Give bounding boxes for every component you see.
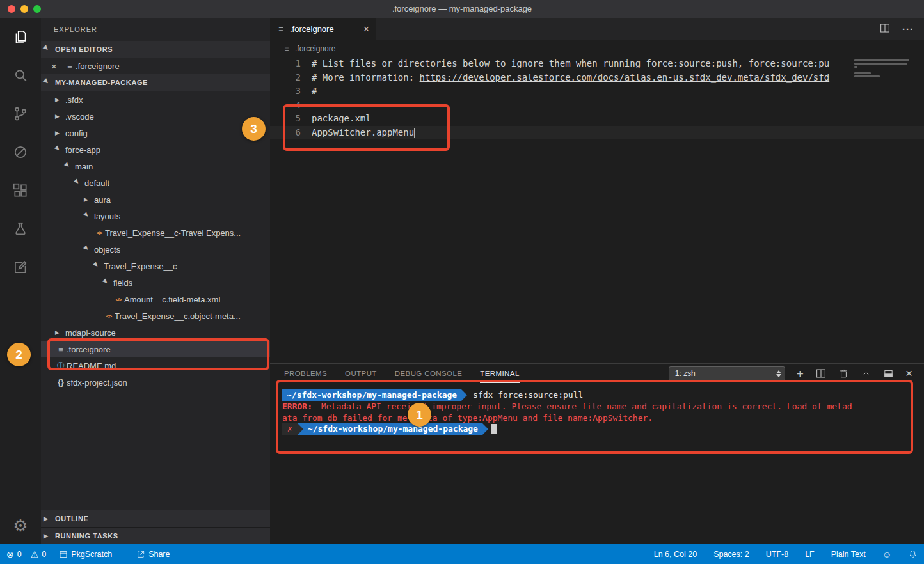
terminal-cursor [491,424,497,434]
breadcrumb-file-label: .forceignore [295,44,335,53]
code-line-2[interactable]: 2# More information: https://developer.s… [270,71,924,85]
close-editor-icon[interactable]: × [51,61,61,72]
kill-terminal-icon[interactable] [838,368,849,379]
settings-gear-icon[interactable]: ⚙ [0,511,41,540]
outline-section-header[interactable]: ▶ OUTLINE [41,510,270,527]
twisty-icon: ▶ [54,145,65,156]
terminal-shell-select[interactable]: 1: zsh [669,366,785,381]
open-editor-item-forceignore[interactable]: × ≡ .forceignore [41,58,270,74]
cursor-position-item[interactable]: Ln 6, Col 20 [654,550,697,559]
minimap-line [854,75,880,77]
notifications-bell-icon[interactable] [908,549,918,559]
tree-item-amount__c.field-meta.xml[interactable]: </>Amount__c.field-meta.xml [41,291,270,308]
xml-file-icon: </> [103,313,115,319]
tree-item-travel_expense__c.object-meta...[interactable]: </>Travel_Expense__c.object-meta... [41,308,270,324]
code-line-6[interactable]: 6AppSwitcher.appMenu [270,126,924,140]
new-terminal-icon[interactable]: + [797,368,804,380]
tree-item-main[interactable]: ▶main [41,158,270,175]
annotation-badge-1: 1 [408,403,431,427]
tree-item-force-app[interactable]: ▶force-app [41,141,270,158]
tree-item-.sfdx[interactable]: ▶.sfdx [41,91,270,108]
language-mode-item[interactable]: Plain Text [831,550,866,559]
window-title: .forceignore — my-managed-package [0,0,924,18]
more-actions-icon[interactable]: ··· [902,24,914,35]
test-beaker-icon[interactable] [0,210,41,248]
tree-item-travel_expense__c-travel-expens...[interactable]: </>Travel_Expense__c-Travel Expens... [41,224,270,241]
panel-tab-terminal[interactable]: TERMINAL [480,364,519,383]
split-editor-icon[interactable] [879,22,891,36]
org-pkgscratch-item[interactable]: PkgScratch [59,550,112,559]
feedback-smiley-icon[interactable]: ☺ [882,549,891,560]
breadcrumb[interactable]: ≡ .forceignore [270,40,924,57]
twisty-icon: ▶ [92,261,104,272]
code-text: AppSwitcher.appMenu [312,126,414,140]
tree-item-layouts[interactable]: ▶layouts [41,208,270,224]
panel-tab-debug-console[interactable]: DEBUG CONSOLE [395,364,463,383]
share-item[interactable]: Share [136,550,170,559]
open-editors-label: OPEN EDITORS [55,41,113,58]
code-line-5[interactable]: 5package.xml [270,112,924,126]
close-window-button[interactable] [8,5,15,13]
indentation-item[interactable]: Spaces: 2 [713,550,749,559]
tree-item-objects[interactable]: ▶objects [41,241,270,258]
code-line-1[interactable]: 1# List files or directories below to ig… [270,57,924,71]
tree-item-readme.md[interactable]: ⓘREADME.md [41,357,270,374]
minimap-line [854,59,909,61]
tree-item-label: Amount__c.field-meta.xml [124,295,220,304]
problems-warnings-item[interactable]: ⚠ 0 [31,549,47,560]
open-editors-header[interactable]: ▶ OPEN EDITORS [41,41,270,58]
xml-file-icon: </> [93,230,105,236]
running-tasks-section-header[interactable]: ▶ RUNNING TASKS [41,527,270,544]
close-panel-icon[interactable]: × [905,366,912,380]
tree-item-label: config [65,129,88,138]
search-icon[interactable] [0,56,41,95]
tree-item-.vscode[interactable]: ▶.vscode [41,108,270,125]
tree-item-default[interactable]: ▶default [41,175,270,191]
error-label: ERROR: [282,401,312,412]
minimap[interactable] [853,59,914,143]
minimize-window-button[interactable] [20,5,28,13]
code-editor[interactable]: 1# List files or directories below to ig… [270,57,924,363]
code-text: # [312,84,317,98]
eol-item[interactable]: LF [805,550,815,559]
tree-item-mdapi-source[interactable]: ▶mdapi-source [41,324,270,341]
tree-item-label: sfdx-project.json [67,378,127,388]
tab-label: .forceignore [290,24,334,34]
code-line-3[interactable]: 3# [270,84,924,98]
debug-disabled-icon[interactable] [0,133,41,171]
panel-tab-output[interactable]: OUTPUT [345,364,377,383]
source-control-icon[interactable] [0,95,41,133]
problems-errors-item[interactable]: ⊗ 0 [6,549,22,560]
terminal-prompt-line-2: ✗~/sfdx-workshop/my-managed-package [282,423,924,435]
zoom-window-button[interactable] [33,5,41,13]
share-icon [136,550,145,559]
terminal-error-line-2: ata from db failed for metadata of type:… [282,412,924,424]
tree-item-fields[interactable]: ▶fields [41,274,270,291]
project-root-header[interactable]: ▶ MY-MANAGED-PACKAGE [41,74,270,91]
terminal[interactable]: ~/sfdx-workshop/my-managed-package sfdx … [270,383,924,435]
warning-count: 0 [42,550,46,559]
toggle-panel-icon[interactable] [883,368,894,379]
code-line-4[interactable]: 4 [270,98,924,113]
tree-item-aura[interactable]: ▶aura [41,191,270,208]
close-tab-icon[interactable]: × [363,24,369,35]
tab-forceignore[interactable]: ≡ .forceignore × [270,18,376,40]
tree-item-label: .sfdx [65,95,83,105]
maximize-panel-icon[interactable] [861,368,872,379]
url-link[interactable]: https://developer.salesforce.com/docs/at… [420,72,830,82]
tree-item-travel_expense__c[interactable]: ▶Travel_Expense__c [41,258,270,274]
sidebar-title: EXPLORER [41,18,270,41]
tree-item-label: aura [94,195,111,205]
extensions-icon[interactable] [0,171,41,210]
tree-item-.forceignore[interactable]: ≡.forceignore [41,341,270,357]
tree-item-config[interactable]: ▶config [41,125,270,141]
split-terminal-icon[interactable] [815,368,827,379]
panel-header: PROBLEMSOUTPUTDEBUG CONSOLETERMINAL 1: z… [270,364,924,383]
org-label: PkgScratch [71,550,112,559]
explorer-icon[interactable] [0,18,41,56]
tree-item-label: Travel_Expense__c [104,262,177,271]
panel-tab-problems[interactable]: PROBLEMS [284,364,327,383]
edit-log-icon[interactable] [0,248,41,286]
encoding-item[interactable]: UTF-8 [766,550,788,559]
tree-item-sfdx-project.json[interactable]: {}sfdx-project.json [41,374,270,391]
